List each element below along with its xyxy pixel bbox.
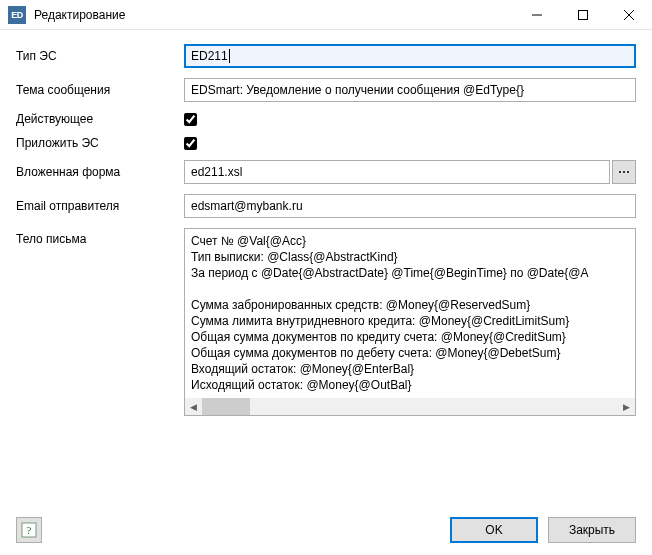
active-checkbox[interactable] [184, 113, 197, 126]
title-bar: ED Редактирование [0, 0, 652, 30]
scroll-left-button[interactable]: ◀ [185, 398, 202, 415]
label-attach: Приложить ЭС [16, 136, 176, 150]
window-title: Редактирование [34, 8, 514, 22]
svg-rect-1 [579, 10, 588, 19]
type-input-value: ED211 [191, 49, 228, 63]
help-icon: ? [21, 522, 37, 538]
svg-point-6 [627, 171, 629, 173]
label-body: Тело письма [16, 228, 176, 246]
email-input[interactable] [184, 194, 636, 218]
text-caret [229, 49, 230, 63]
close-button[interactable] [606, 0, 652, 29]
edit-form: Тип ЭС ED211 Тема сообщения Действующее … [16, 44, 636, 416]
app-icon: ED [8, 6, 26, 24]
body-textarea[interactable] [185, 229, 635, 398]
help-button[interactable]: ? [16, 517, 42, 543]
label-subject: Тема сообщения [16, 83, 176, 97]
maximize-button[interactable] [560, 0, 606, 29]
ellipsis-icon [618, 170, 630, 174]
scroll-thumb[interactable] [202, 398, 250, 415]
body-field: ◀ ▶ [184, 228, 636, 416]
label-form: Вложенная форма [16, 165, 176, 179]
svg-text:?: ? [27, 524, 32, 536]
window-controls [514, 0, 652, 29]
scroll-track[interactable] [202, 398, 618, 415]
type-input[interactable]: ED211 [184, 44, 636, 68]
minimize-button[interactable] [514, 0, 560, 29]
attach-checkbox[interactable] [184, 137, 197, 150]
svg-point-4 [619, 171, 621, 173]
browse-button[interactable] [612, 160, 636, 184]
scroll-right-button[interactable]: ▶ [618, 398, 635, 415]
dialog-footer: ? OK Закрыть [16, 517, 636, 543]
label-email: Email отправителя [16, 199, 176, 213]
label-type: Тип ЭС [16, 49, 176, 63]
form-input[interactable] [184, 160, 610, 184]
svg-point-5 [623, 171, 625, 173]
close-dialog-button[interactable]: Закрыть [548, 517, 636, 543]
subject-input[interactable] [184, 78, 636, 102]
ok-button[interactable]: OK [450, 517, 538, 543]
label-active: Действующее [16, 112, 176, 126]
horizontal-scrollbar[interactable]: ◀ ▶ [185, 398, 635, 415]
